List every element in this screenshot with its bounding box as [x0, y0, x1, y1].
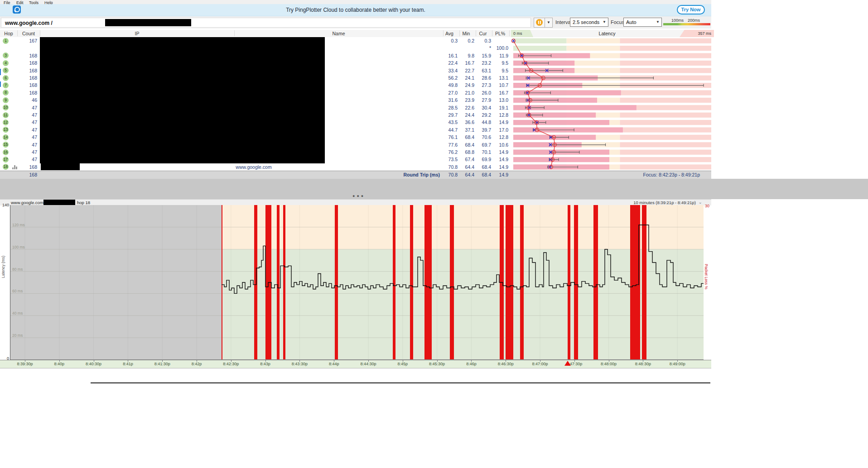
banner-text: Try PingPlotter Cloud to collaborate bet…: [0, 7, 711, 13]
svg-text:20 ms: 20 ms: [12, 333, 23, 338]
svg-text:100 ms: 100 ms: [12, 245, 25, 249]
x-tick-label: 8:39:30p: [9, 362, 41, 366]
latency-axis-max-label: 357 ms: [680, 30, 714, 37]
col-header-min[interactable]: Min: [458, 31, 474, 36]
timeline-right-axis-title: Packet Loss %: [704, 264, 709, 289]
latency-axis-min-label: 0 ms: [511, 30, 533, 37]
hop-number-badge: 5: [3, 67, 9, 73]
pause-dropdown-arrow-icon[interactable]: ▼: [545, 18, 553, 28]
hop-number-badge: 18: [3, 164, 9, 170]
svg-text:80 ms: 80 ms: [12, 267, 23, 272]
hop-number-badge: 13: [3, 127, 9, 133]
col-header-cur[interactable]: Cur: [475, 31, 491, 36]
x-tick-label: 8:42:30p: [215, 362, 247, 366]
hop-number-badge: 7: [3, 82, 9, 88]
timeline-hop-label: hop 18: [77, 200, 90, 205]
round-trip-pl: 14.9: [477, 172, 508, 177]
hop-number-badge: 17: [3, 157, 9, 162]
timeline-target-label: www.google.com: [11, 200, 43, 205]
splitter-handle-icon: ●●●: [352, 194, 365, 198]
pause-icon: [536, 19, 543, 26]
x-tick-label: 8:45p: [387, 362, 419, 366]
hop-number-badge: 3: [3, 53, 9, 58]
try-now-button[interactable]: Try Now: [677, 5, 705, 14]
col-header-count[interactable]: Count: [17, 31, 40, 36]
focus-select[interactable]: Auto▼: [623, 18, 662, 27]
hop-number-badge: 8: [3, 90, 9, 96]
x-tick-label: 8:40p: [43, 362, 75, 366]
x-tick-label: 8:42p: [181, 362, 212, 366]
cloud-promo-banner: Try PingPlotter Cloud to collaborate bet…: [0, 4, 711, 16]
menu-file[interactable]: File: [4, 0, 10, 4]
col-header-avg[interactable]: Avg: [441, 31, 458, 36]
chevron-down-icon: ▼: [656, 18, 660, 26]
target-input[interactable]: www.google.com /: [1, 18, 531, 28]
timeline-duration-label[interactable]: 10 minutes (8:39:21p - 8:49:21p): [633, 200, 696, 205]
x-tick-label: 8:40:30p: [78, 362, 110, 366]
col-header-hop[interactable]: Hop: [0, 31, 17, 36]
pane-splitter[interactable]: ●●●: [0, 179, 868, 199]
x-tick-label: 8:48:00p: [593, 362, 625, 366]
hop-number-badge: 12: [3, 119, 9, 125]
hop-latency-overview-chart: [511, 37, 711, 171]
hop-number-badge: 15: [3, 142, 9, 148]
timeline-left-axis-title: Latency (ms): [1, 256, 5, 278]
svg-text:120 ms: 120 ms: [12, 223, 25, 227]
svg-text:40 ms: 40 ms: [12, 311, 23, 315]
target-address: www.google.com /: [5, 20, 53, 26]
x-tick-label: 8:49:00p: [661, 362, 693, 366]
hop-number-badge: 10: [3, 105, 9, 110]
x-tick-label: 8:47:00p: [524, 362, 556, 366]
hop-number-badge: 14: [3, 134, 9, 140]
redaction-box: [43, 200, 75, 205]
x-tick-label: 8:46:30p: [490, 362, 521, 366]
chevron-down-icon: ▼: [603, 18, 606, 26]
hop-name: www.google.com: [217, 164, 290, 170]
menu-bar: File Edit Tools Help: [0, 0, 711, 4]
timeline-ymax-label: 140: [1, 203, 9, 207]
x-tick-label: 8:41p: [112, 362, 144, 366]
scale-label-200ms: 200ms: [688, 18, 700, 23]
col-header-name[interactable]: Name: [234, 31, 443, 36]
hop-number-badge: 6: [3, 75, 9, 81]
interval-select[interactable]: 2.5 seconds▼: [570, 18, 608, 27]
round-trip-row[interactable]: 168 Round Trip (ms) 70.8 64.4 68.4 14.9 …: [0, 171, 711, 179]
x-tick-label: 8:46p: [455, 362, 487, 366]
scale-label-100ms: 100ms: [671, 18, 684, 23]
interval-label: Interval: [555, 19, 572, 25]
chevron-down-icon[interactable]: ⌄: [699, 200, 702, 205]
redaction-box: [40, 37, 325, 163]
hop18-timeline-chart[interactable]: 20 ms40 ms60 ms80 ms100 ms120 ms: [10, 205, 704, 360]
x-tick-label: 8:44p: [318, 362, 350, 366]
x-tick-label: 8:43p: [250, 362, 281, 366]
col-header-ip[interactable]: IP: [40, 31, 234, 36]
pingplotter-window: File Edit Tools Help Try PingPlotter Clo…: [0, 0, 868, 468]
timeline-x-axis: 8:39:30p8:40p8:40:30p8:41p8:41:30p8:42p8…: [0, 360, 711, 368]
menu-edit[interactable]: Edit: [16, 0, 24, 4]
timeline-position-marker-icon[interactable]: [564, 361, 571, 366]
timeline-header: www.google.com hop 18 10 minutes (8:39:2…: [0, 199, 711, 205]
menu-help[interactable]: Help: [44, 0, 53, 4]
trace-table-header: Hop Count IP Name Avg Min Cur PL% 0 ms L…: [0, 30, 711, 38]
svg-text:60 ms: 60 ms: [12, 289, 23, 293]
hop-number-badge: 1: [3, 38, 9, 44]
x-tick-label: 8:47:30p: [559, 362, 590, 366]
hop-number-badge: 11: [3, 112, 9, 118]
x-tick-label: 8:41:30p: [146, 362, 178, 366]
round-trip-count: 168: [17, 172, 37, 177]
selection-indicator: [0, 81, 1, 87]
menu-tools[interactable]: Tools: [29, 0, 39, 4]
background-window-edge: [91, 382, 710, 383]
redaction-box: [105, 19, 191, 26]
x-tick-label: 8:45:30p: [421, 362, 453, 366]
x-tick-label: 8:48:30p: [627, 362, 659, 366]
col-header-pl[interactable]: PL%: [492, 31, 508, 36]
target-bar: www.google.com / ▼ Interval 2.5 seconds▼…: [0, 16, 711, 29]
redaction-box: [41, 163, 80, 170]
timeline-right-ymax-label: 30: [705, 204, 709, 208]
hop-number-badge: 16: [3, 149, 9, 155]
latency-scale-gradient: [663, 23, 710, 25]
selection-indicator: [0, 69, 1, 75]
pause-button[interactable]: [534, 18, 545, 28]
x-tick-label: 8:44:30p: [352, 362, 384, 366]
